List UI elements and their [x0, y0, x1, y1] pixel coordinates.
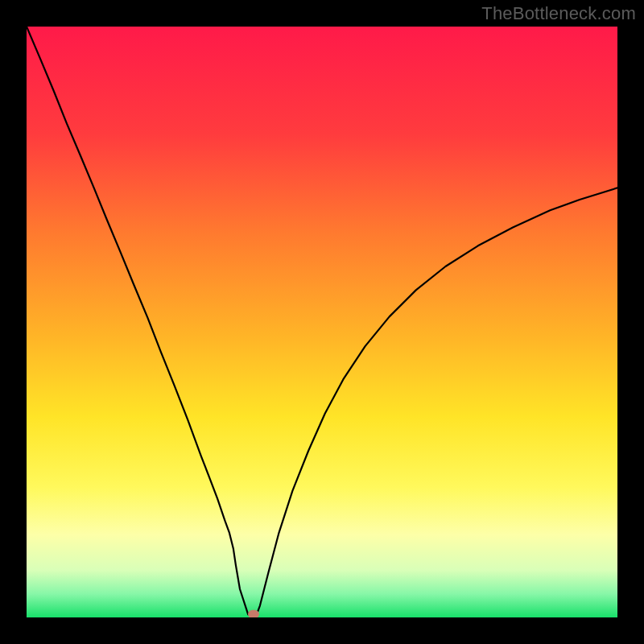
- optimal-point-marker: [248, 610, 259, 617]
- bottleneck-curve: [27, 27, 617, 617]
- chart-frame: TheBottleneck.com: [0, 0, 644, 644]
- watermark-text: TheBottleneck.com: [481, 3, 636, 24]
- plot-area: [27, 27, 617, 617]
